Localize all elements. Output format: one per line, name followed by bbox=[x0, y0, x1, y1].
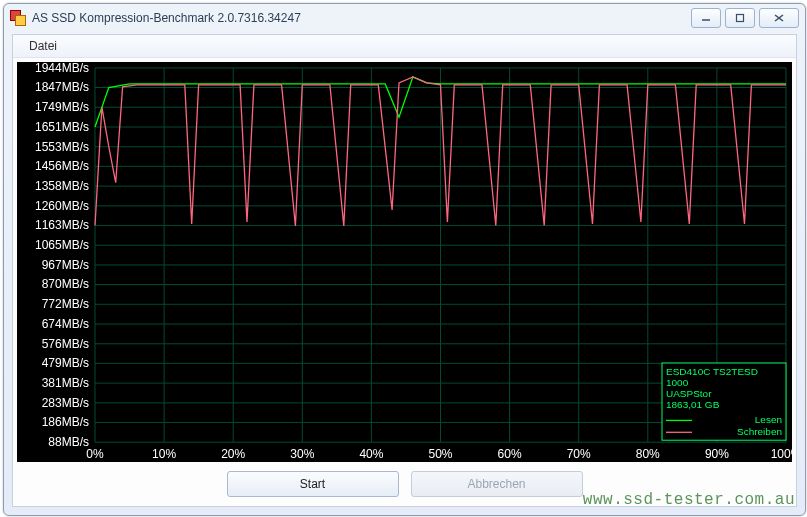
app-window: AS SSD Kompression-Benchmark 2.0.7316.34… bbox=[3, 3, 806, 516]
window-title: AS SSD Kompression-Benchmark 2.0.7316.34… bbox=[32, 11, 301, 25]
start-button[interactable]: Start bbox=[227, 471, 399, 497]
svg-text:30%: 30% bbox=[290, 447, 314, 461]
cancel-button: Abbrechen bbox=[411, 471, 583, 497]
svg-rect-1 bbox=[737, 15, 744, 22]
svg-text:1553MB/s: 1553MB/s bbox=[35, 140, 89, 154]
svg-text:1065MB/s: 1065MB/s bbox=[35, 238, 89, 252]
svg-text:Schreiben: Schreiben bbox=[737, 426, 782, 437]
minimize-icon bbox=[701, 13, 711, 23]
title-bar: AS SSD Kompression-Benchmark 2.0.7316.34… bbox=[4, 4, 805, 32]
chart-wrap: 88MB/s186MB/s283MB/s381MB/s479MB/s576MB/… bbox=[13, 58, 796, 506]
svg-text:UASPStor: UASPStor bbox=[666, 388, 712, 399]
client-area: Datei 88MB/s186MB/s283MB/s381MB/s479MB/s… bbox=[12, 34, 797, 507]
menu-datei[interactable]: Datei bbox=[21, 37, 65, 55]
svg-text:80%: 80% bbox=[636, 447, 660, 461]
svg-text:576MB/s: 576MB/s bbox=[42, 337, 89, 351]
svg-text:1456MB/s: 1456MB/s bbox=[35, 159, 89, 173]
svg-text:1000: 1000 bbox=[666, 377, 689, 388]
svg-text:967MB/s: 967MB/s bbox=[42, 258, 89, 272]
svg-text:186MB/s: 186MB/s bbox=[42, 415, 89, 429]
close-icon bbox=[773, 13, 785, 23]
svg-text:90%: 90% bbox=[705, 447, 729, 461]
compression-chart: 88MB/s186MB/s283MB/s381MB/s479MB/s576MB/… bbox=[17, 62, 792, 462]
svg-text:1863,01 GB: 1863,01 GB bbox=[666, 399, 720, 410]
svg-text:283MB/s: 283MB/s bbox=[42, 396, 89, 410]
svg-text:772MB/s: 772MB/s bbox=[42, 297, 89, 311]
svg-text:10%: 10% bbox=[152, 447, 176, 461]
svg-text:1847MB/s: 1847MB/s bbox=[35, 81, 89, 95]
svg-text:674MB/s: 674MB/s bbox=[42, 317, 89, 331]
maximize-icon bbox=[735, 13, 745, 23]
svg-text:1358MB/s: 1358MB/s bbox=[35, 179, 89, 193]
chart-area: 88MB/s186MB/s283MB/s381MB/s479MB/s576MB/… bbox=[17, 62, 792, 462]
svg-text:381MB/s: 381MB/s bbox=[42, 376, 89, 390]
svg-text:1163MB/s: 1163MB/s bbox=[35, 218, 89, 232]
svg-text:Lesen: Lesen bbox=[755, 414, 782, 425]
svg-text:ESD410C TS2TESD: ESD410C TS2TESD bbox=[666, 366, 758, 377]
svg-text:479MB/s: 479MB/s bbox=[42, 356, 89, 370]
menu-bar: Datei bbox=[13, 35, 796, 58]
app-icon bbox=[10, 10, 26, 26]
svg-text:1651MB/s: 1651MB/s bbox=[35, 120, 89, 134]
svg-text:1260MB/s: 1260MB/s bbox=[35, 199, 89, 213]
svg-text:100%: 100% bbox=[771, 447, 792, 461]
window-controls bbox=[691, 8, 799, 28]
close-button[interactable] bbox=[759, 8, 799, 28]
svg-text:88MB/s: 88MB/s bbox=[48, 435, 89, 449]
svg-text:870MB/s: 870MB/s bbox=[42, 278, 89, 292]
svg-text:40%: 40% bbox=[359, 447, 383, 461]
svg-text:20%: 20% bbox=[221, 447, 245, 461]
button-row: Start Abbrechen bbox=[13, 466, 796, 506]
minimize-button[interactable] bbox=[691, 8, 721, 28]
svg-text:50%: 50% bbox=[428, 447, 452, 461]
svg-text:1749MB/s: 1749MB/s bbox=[35, 100, 89, 114]
svg-text:1944MB/s: 1944MB/s bbox=[35, 62, 89, 75]
svg-text:70%: 70% bbox=[567, 447, 591, 461]
svg-text:0%: 0% bbox=[86, 447, 104, 461]
maximize-button[interactable] bbox=[725, 8, 755, 28]
svg-text:60%: 60% bbox=[498, 447, 522, 461]
